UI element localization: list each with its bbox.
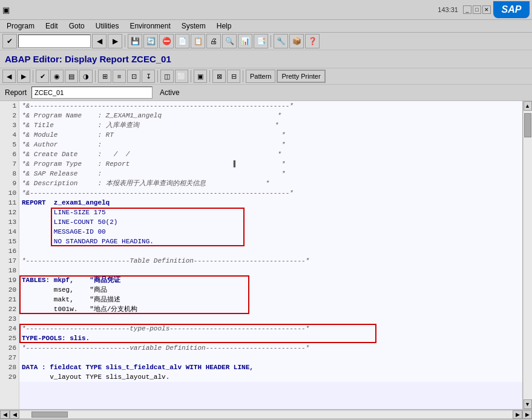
scroll-far-left-btn[interactable]: ◀ (10, 410, 19, 419)
tb2-icon10[interactable]: ▣ (194, 70, 207, 83)
code-line: LINE-SIZE 175 (19, 208, 522, 217)
menu-edit[interactable]: Edit (44, 21, 60, 31)
tb-btn10[interactable]: 📦 (289, 34, 304, 48)
tb-btn2[interactable]: ⛔ (159, 34, 174, 48)
menu-utilities[interactable]: Utilities (94, 21, 121, 31)
code-line: *--------------------------Table Definit… (19, 256, 522, 266)
line-number: 7 (0, 159, 19, 169)
nav-back-btn[interactable]: ◀ (2, 70, 16, 83)
code-line: *& Author : * (19, 140, 522, 149)
back-btn[interactable]: ✔ (2, 34, 17, 48)
tb-btn4[interactable]: 📋 (191, 34, 205, 48)
save-btn[interactable]: 💾 (128, 34, 142, 48)
report-bar: Report Active (0, 85, 532, 101)
minimize-btn[interactable]: _ (463, 5, 471, 14)
report-input[interactable] (31, 87, 153, 99)
scroll-h-thumb[interactable] (31, 412, 68, 418)
menu-system[interactable]: System (180, 21, 208, 31)
line-number: 1 (0, 101, 19, 111)
menu-environment[interactable]: Environment (128, 21, 172, 31)
code-line: v_layout TYPE slis_layout_alv. (19, 372, 522, 382)
menu-goto[interactable]: Goto (67, 21, 87, 31)
line-number: 14 (0, 227, 19, 237)
code-container: 1234567891011121314151617181920212223242… (0, 101, 532, 409)
line-number: 8 (0, 169, 19, 179)
line-number: 4 (0, 130, 19, 140)
tb2-icon8[interactable]: ◫ (160, 70, 174, 83)
line-number: 23 (0, 314, 19, 324)
scroll-left-btn[interactable]: ◀ (0, 410, 10, 419)
scroll-up-btn[interactable]: ▲ (524, 101, 532, 111)
line-number: 2 (0, 111, 19, 120)
tb2-icon2[interactable]: ▤ (65, 70, 78, 83)
scroll-track (524, 111, 532, 399)
code-line: MESSAGE-ID 00 (19, 227, 522, 237)
line-number: 5 (0, 140, 19, 149)
tb-btn1[interactable]: 🔄 (143, 34, 158, 48)
close-btn[interactable]: ✕ (482, 5, 491, 14)
tb-btn7[interactable]: 📊 (238, 34, 252, 48)
tb-btn6[interactable]: 🔍 (222, 34, 237, 48)
scroll-thumb[interactable] (524, 113, 531, 137)
scroll-far-right-btn[interactable]: ▶ (513, 410, 522, 419)
tb-btn9[interactable]: 🔧 (274, 34, 288, 48)
tb2-icon4[interactable]: ⊞ (98, 70, 111, 83)
pretty-printer-btn[interactable]: Pretty Printer (277, 70, 325, 83)
tb-btn5[interactable]: 🖨 (206, 34, 221, 48)
pattern-btn[interactable]: Pattern (246, 70, 275, 83)
code-line: TABLES: mkpf, "商品凭证 (19, 275, 522, 285)
tb-btn3[interactable]: 📄 (175, 34, 189, 48)
code-line: mseg, "商品 (19, 285, 522, 295)
tb2-icon5[interactable]: ≡ (113, 70, 126, 83)
maximize-btn[interactable]: □ (473, 5, 481, 14)
code-line: *& Program Type : Report ▌ * (19, 159, 522, 169)
scroll-down-btn[interactable]: ▼ (524, 399, 532, 409)
menu-help[interactable]: Help (215, 21, 234, 31)
line-number: 15 (0, 237, 19, 246)
report-status: Active (160, 88, 180, 97)
line-number: 26 (0, 343, 19, 353)
command-input[interactable] (18, 34, 91, 48)
prev-btn[interactable]: ◀ (92, 34, 107, 48)
line-number: 11 (0, 198, 19, 208)
code-line: LINE-COUNT 50(2) (19, 217, 522, 227)
code-line: TYPE-POOLS: slis. (19, 333, 522, 343)
nav-fwd-btn[interactable]: ▶ (17, 70, 30, 83)
scroll-right-btn[interactable]: ▶ (522, 410, 532, 419)
scrollbar-vertical[interactable]: ▲ ▼ (522, 101, 532, 409)
tb2-icon12[interactable]: ⊟ (227, 70, 240, 83)
title-bar: ▣ 143:31 _ □ ✕ SAP (0, 0, 532, 20)
scrollbar-horizontal[interactable]: ◀ ◀ ▶ ▶ (0, 409, 532, 419)
code-line: *& Module : RT * (19, 130, 522, 140)
tb2-icon7[interactable]: ↧ (142, 70, 155, 83)
tb-btn8[interactable]: 📑 (254, 34, 268, 48)
tb2-icon11[interactable]: ⊠ (212, 70, 226, 83)
line-number: 12 (0, 208, 19, 217)
tb2-icon3[interactable]: ◑ (79, 70, 93, 83)
menu-program[interactable]: Program (5, 21, 36, 31)
line-number: 20 (0, 285, 19, 295)
next-btn[interactable]: ▶ (108, 34, 122, 48)
code-line: *--------------------------variable Defi… (19, 343, 522, 353)
report-label: Report (5, 88, 27, 97)
line-number: 18 (0, 266, 19, 275)
tb2-icon9[interactable]: ⬜ (175, 70, 188, 83)
code-line (19, 353, 522, 363)
tb2-icon1[interactable]: ◉ (50, 70, 64, 83)
code-area[interactable]: *&--------------------------------------… (19, 101, 522, 382)
tb2-icon6[interactable]: ⊡ (127, 70, 140, 83)
line-number: 17 (0, 256, 19, 266)
code-line (19, 314, 522, 324)
line-numbers: 1234567891011121314151617181920212223242… (0, 101, 19, 409)
code-wrapper[interactable]: *&--------------------------------------… (19, 101, 522, 409)
code-line: *&--------------------------------------… (19, 188, 522, 198)
code-line (19, 266, 522, 275)
check-btn[interactable]: ✔ (36, 70, 49, 83)
line-number: 6 (0, 149, 19, 159)
code-line: REPORT z_exam1_angelq (19, 198, 522, 208)
tb-btn11[interactable]: ❓ (305, 34, 320, 48)
line-number: 21 (0, 295, 19, 304)
line-number: 28 (0, 363, 19, 372)
code-line: makt, "商品描述 (19, 295, 522, 304)
code-line: *& Title : 入库单查询 * (19, 120, 522, 130)
